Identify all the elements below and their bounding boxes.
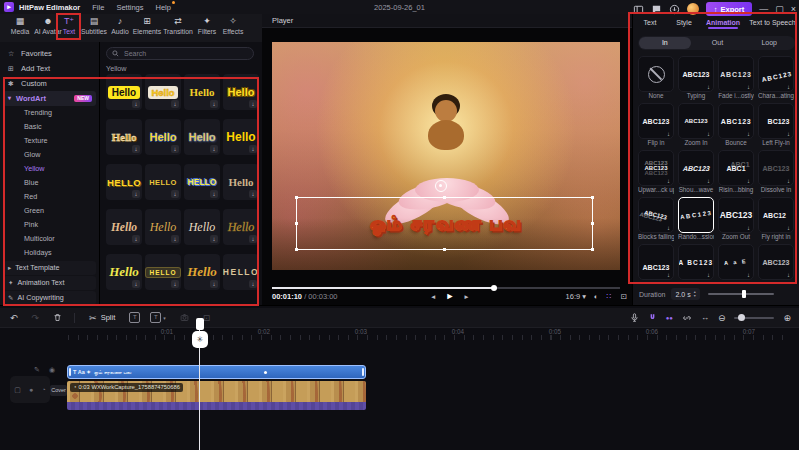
wordart-tile[interactable]: Hello↓ xyxy=(145,74,181,110)
search-box[interactable] xyxy=(106,47,254,60)
download-icon[interactable]: ↓ xyxy=(707,178,710,184)
wordart-tile[interactable]: Hello↓ xyxy=(223,119,259,155)
wordart-tile[interactable]: Hello↓ xyxy=(223,74,259,110)
wordart-blue[interactable]: Blue xyxy=(0,176,99,190)
compare-icon[interactable]: ◐ xyxy=(594,292,599,301)
keyframe-dot[interactable] xyxy=(264,371,267,374)
minimize-button[interactable]: — xyxy=(759,3,768,15)
wordart-basic[interactable]: Basic xyxy=(0,120,99,134)
animation-item[interactable]: ABC123↓Blocks falling xyxy=(638,197,674,241)
subtab-loop[interactable]: Loop xyxy=(743,36,795,50)
animation-item[interactable]: ABC1↓Risin...bbing xyxy=(718,150,754,194)
download-icon[interactable]: ↓ xyxy=(210,100,218,108)
delete-icon[interactable] xyxy=(53,313,62,322)
wordart-multicolor[interactable]: Multicolor xyxy=(0,232,99,246)
animation-item[interactable]: BC123↓Left Fly-in xyxy=(758,103,794,147)
download-icon[interactable]: ↓ xyxy=(132,235,140,243)
text-style-badge-icon[interactable]: T xyxy=(129,312,140,323)
toolbar-elements[interactable]: ⊞Elements xyxy=(130,16,164,36)
download-icon[interactable]: ↓ xyxy=(171,235,179,243)
next-frame-icon[interactable]: ► xyxy=(463,293,469,300)
duration-stepper[interactable]: 2.0 s▴▾ xyxy=(671,288,699,300)
dropdown-caret-icon[interactable]: ▾ xyxy=(163,315,166,321)
magnet-snap-icon[interactable] xyxy=(648,313,657,322)
wordart-tile[interactable]: Hello↓ xyxy=(106,209,142,245)
track-mute-icon[interactable]: ▢ xyxy=(14,386,21,394)
fullscreen-icon[interactable]: ⊡ xyxy=(621,292,627,301)
text-clip[interactable]: T Aa ✦ ஓம் சரவண பவ xyxy=(67,365,366,379)
animation-item[interactable]: ABC123↓Flip in xyxy=(638,103,674,147)
zoom-slider-knob[interactable] xyxy=(738,314,745,321)
update-download-icon[interactable] xyxy=(669,4,680,15)
wordart-tile[interactable]: Hello↓ xyxy=(106,119,142,155)
sidebar-item-wordart[interactable]: ▾WordArtNEW xyxy=(3,91,96,106)
animation-item[interactable]: ABC123↓Bounce xyxy=(718,103,754,147)
feedback-bubble-icon[interactable] xyxy=(651,4,662,15)
wordart-tile[interactable]: Hello↓ xyxy=(145,119,181,155)
wordart-tile[interactable]: Hello↓ xyxy=(223,209,259,245)
animation-item[interactable]: ABC123↓Chara...ating xyxy=(758,56,794,100)
sidebar-item-ai-copywriting[interactable]: ✎AI Copywriting xyxy=(3,291,96,305)
subtab-in[interactable]: In xyxy=(639,37,691,49)
link-clips-icon[interactable] xyxy=(682,313,692,323)
animation-item[interactable]: ABC123↓Upwar...ck up xyxy=(638,150,674,194)
playback-progress-bar[interactable] xyxy=(272,287,620,289)
download-icon[interactable]: ↓ xyxy=(707,131,710,137)
download-icon[interactable]: ↓ xyxy=(249,100,257,108)
wordart-tile[interactable]: Hello↓ xyxy=(184,74,220,110)
menu-help[interactable]: Help xyxy=(155,3,170,12)
download-icon[interactable]: ↓ xyxy=(747,84,750,90)
menu-settings[interactable]: Settings xyxy=(116,3,143,12)
selection-handle[interactable] xyxy=(295,248,298,251)
play-icon[interactable]: ► xyxy=(445,291,454,301)
selection-handle[interactable] xyxy=(295,222,298,225)
wordart-trending[interactable]: Trending xyxy=(0,106,99,120)
download-icon[interactable]: ↓ xyxy=(787,225,790,231)
restore-button[interactable]: ▢ xyxy=(775,3,784,15)
download-icon[interactable]: ↓ xyxy=(210,235,218,243)
animation-item[interactable]: ABC123↓ xyxy=(638,244,674,288)
animation-item[interactable]: A BC123↓ xyxy=(678,244,714,288)
prev-frame-icon[interactable]: ◄ xyxy=(430,293,436,300)
download-icon[interactable]: ↓ xyxy=(249,235,257,243)
video-preview[interactable]: ஓம் சரவண பவ xyxy=(272,42,620,270)
download-icon[interactable]: ↓ xyxy=(667,225,670,231)
download-icon[interactable]: ↓ xyxy=(747,178,750,184)
wordart-texture[interactable]: Texture xyxy=(0,134,99,148)
download-icon[interactable]: ↓ xyxy=(171,100,179,108)
export-button[interactable]: ↑Export xyxy=(706,2,753,16)
user-avatar[interactable] xyxy=(687,3,699,15)
download-icon[interactable]: ↓ xyxy=(132,100,140,108)
download-icon[interactable]: ↓ xyxy=(171,190,179,198)
redo-icon[interactable]: ↷ xyxy=(32,313,40,323)
close-button[interactable]: × xyxy=(791,3,796,15)
download-icon[interactable]: ↓ xyxy=(249,190,257,198)
animation-item[interactable]: ABC12↓Fly right in xyxy=(758,197,794,241)
animation-none[interactable]: None xyxy=(638,56,674,100)
animation-item[interactable]: ABC123↓Dissolve in xyxy=(758,150,794,194)
tab-text[interactable]: Text xyxy=(633,19,667,26)
wordart-red[interactable]: Red xyxy=(0,190,99,204)
audio-strip[interactable] xyxy=(67,402,366,410)
selection-handle[interactable] xyxy=(591,222,594,225)
download-icon[interactable]: ↓ xyxy=(747,272,750,278)
sidebar-item-add-text[interactable]: ⊞Add Text xyxy=(0,61,99,76)
timeline-zoom-slider[interactable] xyxy=(734,317,774,319)
track-edit-icon[interactable]: ✎ xyxy=(34,366,40,374)
wordart-green[interactable]: Green xyxy=(0,204,99,218)
zoom-in-icon[interactable]: ⊕ xyxy=(783,313,791,323)
keyframe-icon[interactable]: ●● xyxy=(666,315,673,321)
track-toggle-icon[interactable]: ◉ xyxy=(49,366,55,374)
aspect-ratio-select[interactable]: 16:9 ▾ xyxy=(566,292,586,301)
panel-layout-icon[interactable] xyxy=(633,4,644,15)
wordart-tile[interactable]: Hello↓ xyxy=(184,119,220,155)
animation-item[interactable]: ABC123↓Zoom Out xyxy=(718,197,754,241)
playhead-handle[interactable]: ✳ xyxy=(192,331,208,348)
playhead-stem[interactable] xyxy=(196,318,204,330)
sidebar-item-favorites[interactable]: ☆Favorites xyxy=(0,46,99,61)
sidebar-item-text-template[interactable]: ▸Text Template xyxy=(3,261,96,275)
selection-handle[interactable] xyxy=(591,196,594,199)
progress-knob[interactable] xyxy=(491,285,497,291)
download-icon[interactable]: ↓ xyxy=(249,280,257,288)
stepper-arrows-icon[interactable]: ▴▾ xyxy=(694,290,696,298)
